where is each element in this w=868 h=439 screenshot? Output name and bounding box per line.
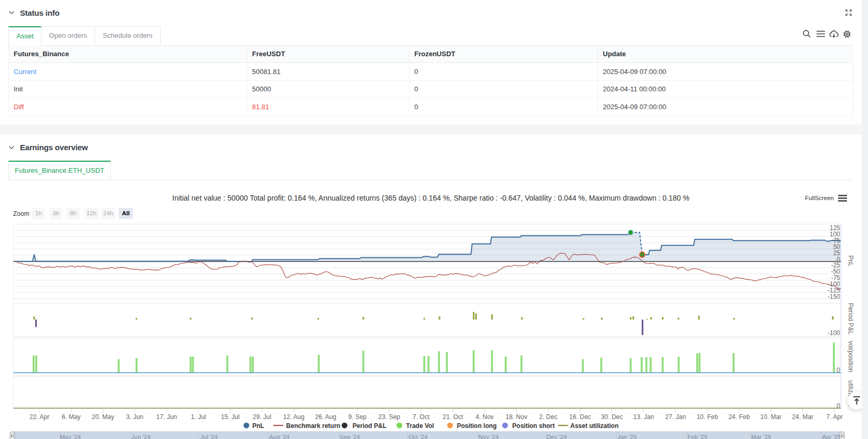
- svg-text:-100: -100: [828, 329, 840, 337]
- svg-text:12. Aug: 12. Aug: [283, 413, 305, 421]
- svg-text:26. Aug: 26. Aug: [315, 413, 337, 421]
- svg-text:PnL: PnL: [847, 255, 854, 267]
- svg-text:2. Dec: 2. Dec: [539, 413, 558, 421]
- svg-text:10. Mar: 10. Mar: [760, 413, 782, 421]
- svg-text:18. Nov: 18. Nov: [506, 413, 527, 421]
- svg-text:16. Dec: 16. Dec: [569, 413, 591, 421]
- svg-text:27. Jan: 27. Jan: [665, 413, 686, 421]
- svg-text:Benchmark return: Benchmark return: [286, 422, 340, 430]
- svg-text:Position long: Position long: [457, 422, 497, 430]
- svg-text:30. Dec: 30. Dec: [601, 413, 623, 421]
- svg-text:23. Sep: 23. Sep: [379, 413, 401, 421]
- svg-text:20. May: 20. May: [92, 413, 114, 421]
- svg-text:Trade Vol: Trade Vol: [406, 422, 434, 430]
- svg-text:Jul '24: Jul '24: [201, 434, 218, 439]
- svg-text:Oct '24: Oct '24: [409, 434, 428, 439]
- svg-text:May '24: May '24: [60, 434, 81, 439]
- svg-text:Nov '24: Nov '24: [478, 434, 499, 439]
- svg-text:PnL: PnL: [253, 422, 265, 430]
- svg-text:Dec '24: Dec '24: [547, 434, 567, 439]
- svg-text:0: 0: [836, 367, 840, 374]
- svg-text:24. Feb: 24. Feb: [728, 413, 750, 421]
- svg-text:Jun '24: Jun '24: [131, 434, 151, 439]
- svg-text:10. Feb: 10. Feb: [697, 413, 718, 421]
- svg-text:Period P&L: Period P&L: [847, 303, 854, 335]
- svg-text:Period P&L: Period P&L: [352, 422, 386, 430]
- svg-text:vol/position: vol/position: [847, 341, 854, 372]
- svg-text:Mar '25: Mar '25: [751, 434, 771, 439]
- svg-text:21. Oct: 21. Oct: [443, 413, 463, 421]
- svg-text:22. Apr: 22. Apr: [29, 413, 49, 421]
- svg-text:Aug '24: Aug '24: [269, 434, 290, 439]
- svg-text:Position short: Position short: [513, 422, 555, 430]
- svg-text:Jan '25: Jan '25: [618, 434, 637, 439]
- svg-text:7. Oct: 7. Oct: [413, 413, 430, 421]
- svg-text:13. Jan: 13. Jan: [633, 413, 654, 421]
- svg-text:Sep '24: Sep '24: [340, 434, 360, 439]
- svg-text:24. Mar: 24. Mar: [792, 413, 813, 421]
- svg-text:Feb '25: Feb '25: [687, 434, 707, 439]
- svg-text:-150: -150: [828, 293, 840, 300]
- svg-text:7. Apr: 7. Apr: [827, 413, 843, 421]
- svg-text:17. Jun: 17. Jun: [156, 413, 177, 421]
- svg-text:4. Nov: 4. Nov: [476, 413, 494, 421]
- svg-text:Apr '25: Apr '25: [822, 434, 841, 439]
- svg-text:3. Jun: 3. Jun: [126, 413, 143, 421]
- svg-text:6. May: 6. May: [62, 413, 81, 421]
- svg-text:Asset utilization: Asset utilization: [570, 422, 619, 430]
- svg-text:9. Sep: 9. Sep: [348, 413, 367, 421]
- svg-text:1. Jul: 1. Jul: [191, 413, 206, 421]
- svg-text:29. Jul: 29. Jul: [253, 413, 271, 421]
- svg-text:15. Jul: 15. Jul: [221, 413, 239, 421]
